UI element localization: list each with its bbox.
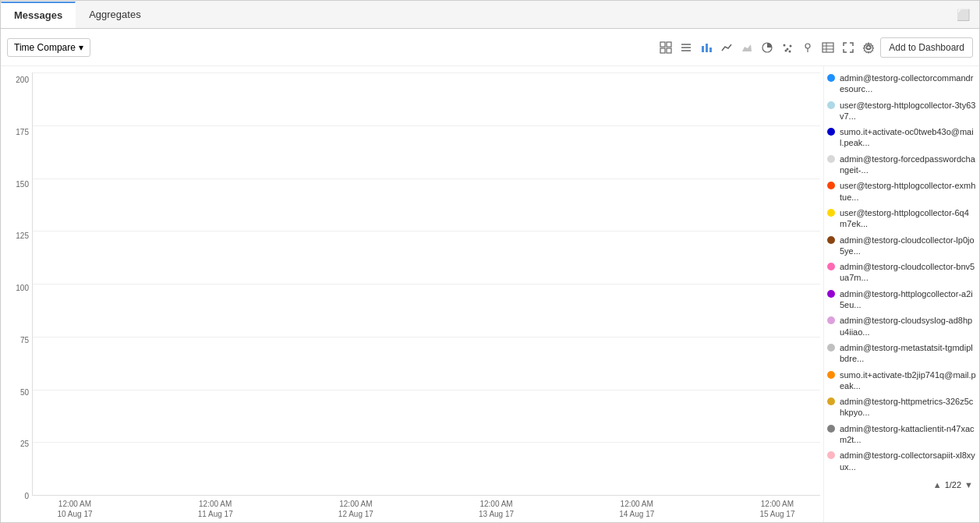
toolbar-right: Add to Dashboard <box>657 37 973 58</box>
y-axis: 200 175 150 125 100 75 50 25 0 <box>4 72 32 519</box>
legend-dot-2 <box>827 128 835 136</box>
y-label-75: 75 <box>20 336 29 345</box>
add-to-dashboard-button[interactable]: Add to Dashboard <box>880 37 973 58</box>
legend: admin@testorg-collectorcommandresourc...… <box>823 66 979 522</box>
y-label-100: 100 <box>16 284 29 292</box>
legend-item-12[interactable]: admin@testorg-httpmetrics-326z5chkpyo... <box>827 396 976 419</box>
legend-item-5[interactable]: user@testorg-httplogcollector-6q4m7ek... <box>827 207 976 230</box>
legend-item-2[interactable]: sumo.it+activate-oc0tweb43o@mail.peak... <box>827 126 976 149</box>
legend-item-4[interactable]: user@testorg-httplogcollector-exmhtue... <box>827 180 976 203</box>
table-icon[interactable] <box>657 39 674 56</box>
bars-plot: 12:00 AM10 Aug 17 12:00 AM11 Aug 17 12:0… <box>32 72 820 519</box>
legend-dot-1 <box>827 101 835 109</box>
legend-label-12: admin@testorg-httpmetrics-326z5chkpyo... <box>840 396 976 419</box>
legend-dot-4 <box>827 182 835 189</box>
y-label-200: 200 <box>16 76 29 84</box>
svg-point-16 <box>789 50 791 52</box>
legend-label-9: admin@testorg-cloudsyslog-ad8hpu4iiao... <box>840 315 976 337</box>
line-chart-icon[interactable] <box>718 39 735 56</box>
svg-rect-2 <box>660 48 665 53</box>
legend-dot-13 <box>827 425 835 433</box>
time-compare-button[interactable]: Time Compare ▾ <box>7 38 90 57</box>
svg-point-17 <box>805 44 810 48</box>
legend-label-11: sumo.it+activate-tb2jip741q@mail.peak... <box>840 369 976 392</box>
legend-label-3: admin@testorg-forcedpasswordchangeit-... <box>840 154 976 176</box>
x-axis: 12:00 AM10 Aug 17 12:00 AM11 Aug 17 12:0… <box>32 496 820 519</box>
x-label-1: 12:00 AM11 Aug 17 <box>196 499 235 519</box>
y-label-175: 175 <box>16 128 29 136</box>
svg-marker-10 <box>742 44 752 51</box>
legend-dot-10 <box>827 344 835 352</box>
x-label-3: 12:00 AM13 Aug 17 <box>477 499 516 519</box>
maximize-icon[interactable]: ⬜ <box>950 5 976 24</box>
x-label-0: 12:00 AM10 Aug 17 <box>55 499 94 519</box>
legend-item-7[interactable]: admin@testorg-cloudcollector-bnv5ua7m... <box>827 261 976 284</box>
legend-dot-11 <box>827 371 835 379</box>
legend-dot-9 <box>827 316 835 324</box>
legend-label-8: admin@testorg-httplogcollector-a2i5eu... <box>840 288 976 311</box>
area-chart-icon[interactable] <box>738 39 755 56</box>
legend-item-0[interactable]: admin@testorg-collectorcommandresourc... <box>827 72 976 95</box>
tab-messages[interactable]: Messages <box>1 2 76 28</box>
y-label-125: 125 <box>16 231 29 240</box>
bar-chart-icon[interactable] <box>698 39 715 56</box>
x-label-2: 12:00 AM12 Aug 17 <box>336 499 375 519</box>
svg-rect-7 <box>702 46 704 52</box>
legend-item-10[interactable]: admin@testorg-metastatsit-tgmdiplbdre... <box>827 342 976 365</box>
svg-rect-9 <box>709 48 712 52</box>
toolbar: Time Compare ▾ <box>1 29 979 66</box>
pie-chart-icon[interactable] <box>759 39 776 56</box>
legend-label-0: admin@testorg-collectorcommandresourc... <box>840 72 976 95</box>
y-label-50: 50 <box>20 388 29 397</box>
legend-item-14[interactable]: admin@testorg-collectorsapiit-xl8xyux... <box>827 450 976 472</box>
chart-area: 200 175 150 125 100 75 50 25 0 <box>1 66 823 522</box>
legend-dot-12 <box>827 398 835 405</box>
legend-label-1: user@testorg-httplogcollector-3ty63v7... <box>840 100 976 122</box>
legend-item-9[interactable]: admin@testorg-cloudsyslog-ad8hpu4iiao... <box>827 315 976 337</box>
y-label-150: 150 <box>16 180 29 189</box>
legend-label-13: admin@testorg-kattaclientit-n47xacm2t... <box>840 423 976 446</box>
legend-item-8[interactable]: admin@testorg-httplogcollector-a2i5eu... <box>827 288 976 311</box>
legend-item-3[interactable]: admin@testorg-forcedpasswordchangeit-... <box>827 154 976 176</box>
scatter-icon[interactable] <box>779 39 796 56</box>
svg-rect-1 <box>667 42 671 47</box>
legend-next-arrow[interactable]: ▼ <box>964 480 973 489</box>
legend-pagination: ▲ 1/22 ▼ <box>827 477 976 493</box>
x-label-5: 12:00 AM15 Aug 17 <box>758 499 797 519</box>
svg-point-12 <box>784 44 786 46</box>
x-label-4: 12:00 AM14 Aug 17 <box>617 499 656 519</box>
svg-rect-19 <box>823 43 833 52</box>
legend-item-13[interactable]: admin@testorg-kattaclientit-n47xacm2t... <box>827 423 976 446</box>
chevron-down-icon: ▾ <box>79 42 83 53</box>
y-label-25: 25 <box>20 440 29 448</box>
svg-rect-8 <box>706 44 708 52</box>
legend-dot-0 <box>827 74 835 82</box>
legend-item-1[interactable]: user@testorg-httplogcollector-3ty63v7... <box>827 100 976 122</box>
bars-row <box>33 72 820 495</box>
legend-dot-3 <box>827 155 835 163</box>
legend-label-2: sumo.it+activate-oc0tweb43o@mail.peak... <box>840 126 976 149</box>
main-container: Messages Aggregates ⬜ Time Compare ▾ <box>0 0 980 523</box>
bars-wrapper <box>32 72 820 496</box>
main-area: 200 175 150 125 100 75 50 25 0 <box>1 66 979 522</box>
legend-dot-5 <box>827 209 835 217</box>
legend-item-6[interactable]: admin@testorg-cloudcollector-lp0jo5ye... <box>827 235 976 257</box>
legend-label-10: admin@testorg-metastatsit-tgmdiplbdre... <box>840 342 976 365</box>
svg-point-15 <box>785 49 787 51</box>
settings-icon[interactable] <box>860 39 877 56</box>
table2-icon[interactable] <box>819 39 837 56</box>
expand-icon[interactable] <box>840 39 857 56</box>
legend-dot-6 <box>827 236 835 244</box>
legend-prev-arrow[interactable]: ▲ <box>933 480 942 489</box>
tab-aggregates[interactable]: Aggregates <box>76 2 154 27</box>
tabs-left: Messages Aggregates <box>1 2 154 28</box>
list-icon[interactable] <box>678 39 695 56</box>
toolbar-left: Time Compare ▾ <box>7 38 90 57</box>
legend-dot-8 <box>827 290 835 298</box>
pin-icon[interactable] <box>799 39 816 56</box>
y-label-0: 0 <box>24 492 29 500</box>
legend-item-11[interactable]: sumo.it+activate-tb2jip741q@mail.peak... <box>827 369 976 392</box>
svg-point-14 <box>790 44 792 47</box>
legend-label-14: admin@testorg-collectorsapiit-xl8xyux... <box>840 450 976 472</box>
legend-page-info: 1/22 <box>945 480 961 489</box>
